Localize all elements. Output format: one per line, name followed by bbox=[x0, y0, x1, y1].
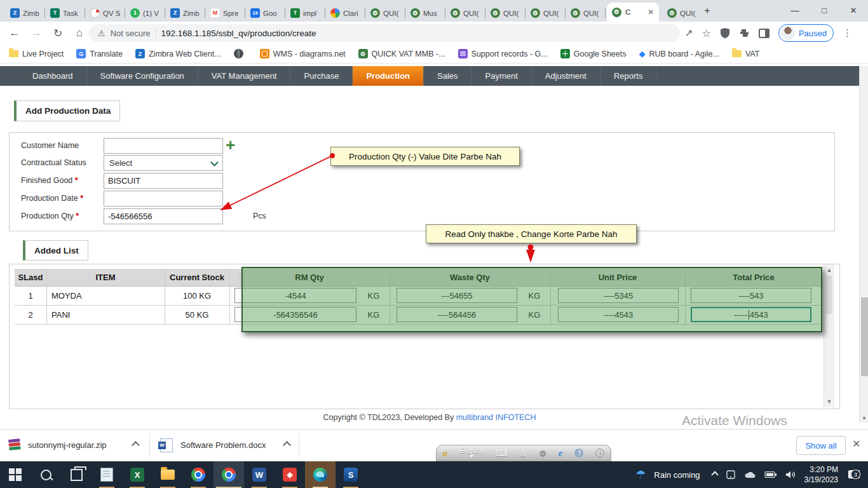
add-customer-button[interactable]: + bbox=[226, 135, 235, 155]
browser-tab[interactable]: TTask bbox=[45, 4, 85, 22]
onedrive-cloud-icon[interactable] bbox=[744, 471, 756, 479]
footer-link[interactable]: multibrand INFOTECH bbox=[456, 413, 536, 422]
unit-price-input[interactable]: ----5345 bbox=[558, 288, 679, 303]
omnibox[interactable]: ⚠ Not secure 192.168.1.185/ssbl_qv/produ… bbox=[89, 24, 680, 42]
download-item-docx[interactable]: Software Problem.docx bbox=[160, 430, 294, 461]
bookmark-vat[interactable]: VAT bbox=[732, 50, 759, 58]
taskbar-notepad-icon[interactable] bbox=[92, 461, 122, 488]
bookmark-translate[interactable]: GTranslate bbox=[76, 49, 123, 58]
total-price-input[interactable]: ----543 bbox=[691, 288, 811, 303]
new-tab-button[interactable]: + bbox=[704, 4, 710, 17]
window-maximize-button[interactable]: □ bbox=[810, 0, 839, 20]
total-price-input-focused[interactable]: -----4543 bbox=[691, 307, 811, 322]
chevron-up-icon[interactable] bbox=[283, 441, 291, 449]
browser-tab[interactable]: ⚙QUI( bbox=[526, 4, 566, 22]
reload-icon[interactable]: ↻ bbox=[48, 27, 67, 40]
tab-close-icon[interactable]: ✕ bbox=[648, 8, 654, 17]
taskbar-red-app-icon[interactable]: ◈ bbox=[275, 461, 305, 488]
task-view-icon[interactable] bbox=[61, 461, 92, 488]
taskbar-search-icon[interactable] bbox=[31, 461, 61, 488]
rm-qty-input[interactable]: -564356546 bbox=[234, 307, 356, 322]
bookmark-google-sheets[interactable]: Google Sheets bbox=[560, 49, 627, 58]
customer-name-input[interactable] bbox=[104, 138, 223, 154]
avro-logo-icon[interactable]: a bbox=[443, 448, 448, 459]
ie-browser-icon[interactable]: e bbox=[559, 448, 563, 459]
start-button[interactable] bbox=[0, 461, 31, 488]
rm-qty-input[interactable]: -4544 bbox=[234, 288, 356, 303]
tablet-rotation-icon[interactable] bbox=[726, 470, 736, 479]
nav-reports[interactable]: Reports bbox=[600, 66, 657, 86]
nav-purchase[interactable]: Purchase bbox=[290, 66, 353, 86]
browser-tab[interactable]: Timpl bbox=[285, 4, 325, 22]
browser-tab[interactable]: ⚙QUI( bbox=[445, 4, 485, 22]
browser-tab[interactable]: 1(1) V bbox=[125, 4, 165, 22]
browser-tab[interactable]: ⚙Mus bbox=[405, 4, 445, 22]
profile-chip[interactable]: Paused bbox=[778, 24, 834, 42]
taskbar-edge-icon[interactable] bbox=[305, 461, 336, 488]
taskbar-file-explorer-icon[interactable] bbox=[153, 461, 183, 488]
puzzle-extensions-icon[interactable] bbox=[739, 28, 750, 39]
bookmark-support-records[interactable]: Support records - G... bbox=[458, 49, 548, 58]
browser-tab-active[interactable]: ⚙ C ✕ bbox=[607, 3, 659, 22]
finished-good-input[interactable] bbox=[104, 173, 223, 189]
window-minimize-button[interactable]: — bbox=[780, 0, 810, 20]
mouse-input-icon[interactable]: ♙ bbox=[519, 449, 527, 458]
production-date-input[interactable] bbox=[104, 191, 223, 207]
page-scrollbar[interactable]: ▾ bbox=[859, 66, 868, 423]
contractual-status-select[interactable]: Select bbox=[104, 155, 223, 171]
share-icon[interactable]: ↗ bbox=[685, 27, 693, 39]
language-switcher[interactable]: English bbox=[459, 447, 484, 459]
shield-extension-icon[interactable] bbox=[720, 27, 730, 39]
weather-umbrella-icon[interactable]: ☂ bbox=[635, 468, 646, 482]
bookmark-quick-vat[interactable]: ⚙QUICK VAT MMB -... bbox=[358, 49, 445, 58]
browser-tab[interactable]: ZZimb bbox=[165, 4, 205, 22]
show-all-button[interactable]: Show all bbox=[796, 436, 846, 455]
volume-icon[interactable] bbox=[785, 470, 796, 479]
nav-sales[interactable]: Sales bbox=[424, 66, 472, 86]
unit-price-input[interactable]: ----4543 bbox=[558, 307, 679, 322]
clock[interactable]: 3:20 PM 3/19/2023 bbox=[804, 464, 838, 485]
notification-center-icon[interactable]: 3 bbox=[846, 468, 862, 482]
waste-qty-input[interactable]: ---54655 bbox=[397, 288, 517, 303]
battery-icon[interactable] bbox=[764, 471, 777, 478]
help-icon[interactable]: ? bbox=[574, 449, 583, 458]
bookmark-live-project[interactable]: Live Project bbox=[9, 50, 64, 58]
download-bar-close-icon[interactable]: ✕ bbox=[852, 438, 860, 450]
tray-expand-chevron-icon[interactable] bbox=[711, 471, 718, 478]
chevron-up-icon[interactable] bbox=[132, 441, 140, 449]
browser-tab[interactable]: 19Goo bbox=[245, 4, 285, 22]
bookmark-rub-board[interactable]: ◆RUB board - Agile... bbox=[639, 49, 719, 58]
browser-tab[interactable]: ⚙QUI( bbox=[485, 4, 526, 22]
nav-payment[interactable]: Payment bbox=[472, 66, 532, 86]
browser-menu-icon[interactable]: ⋮ bbox=[843, 27, 852, 39]
browser-tab[interactable]: ZZimb bbox=[5, 4, 45, 22]
browser-tab[interactable]: Clari bbox=[325, 4, 365, 22]
taskbar-excel-icon[interactable]: X bbox=[122, 461, 153, 488]
window-close-button[interactable]: ✕ bbox=[839, 0, 868, 20]
production-qty-input[interactable] bbox=[104, 208, 223, 224]
bookmark-globe[interactable] bbox=[234, 49, 247, 58]
bookmark-zimbra[interactable]: ZZimbra Web Client... bbox=[135, 49, 221, 58]
bookmark-wms-diagrams[interactable]: WMS - diagrams.net bbox=[260, 49, 346, 58]
nav-vat-management[interactable]: VAT Management bbox=[198, 66, 291, 86]
browser-tab[interactable]: QV S bbox=[85, 4, 125, 22]
table-scrollbar[interactable]: ▲ ▼ bbox=[824, 264, 834, 407]
nav-dashboard[interactable]: Dashboard bbox=[19, 66, 87, 86]
taskbar-word-icon[interactable]: W bbox=[244, 461, 275, 488]
forward-icon[interactable]: → bbox=[27, 27, 46, 39]
browser-tab[interactable]: ⚙QUI( bbox=[365, 4, 405, 22]
weather-label[interactable]: Rain coming bbox=[654, 470, 700, 480]
waste-qty-input[interactable]: ----564456 bbox=[397, 307, 517, 322]
taskbar-chrome-icon[interactable] bbox=[183, 461, 214, 488]
side-panel-icon[interactable] bbox=[759, 29, 770, 38]
keyboard-layout-icon[interactable]: ⌨ bbox=[496, 449, 508, 458]
nav-adjustment[interactable]: Adjustment bbox=[532, 66, 600, 86]
browser-tab[interactable]: MSpre bbox=[205, 4, 245, 22]
bookmark-star-icon[interactable]: ☆ bbox=[702, 27, 711, 39]
info-icon[interactable]: i bbox=[595, 449, 604, 458]
scroll-down-icon[interactable]: ▾ bbox=[860, 415, 868, 421]
nav-software-configuration[interactable]: Software Configuration bbox=[87, 66, 198, 86]
taskbar-chrome-active-icon[interactable] bbox=[214, 461, 244, 488]
browser-tab[interactable]: ⚙QUI( bbox=[662, 4, 700, 22]
settings-gear-icon[interactable]: ⚙ bbox=[539, 449, 546, 458]
